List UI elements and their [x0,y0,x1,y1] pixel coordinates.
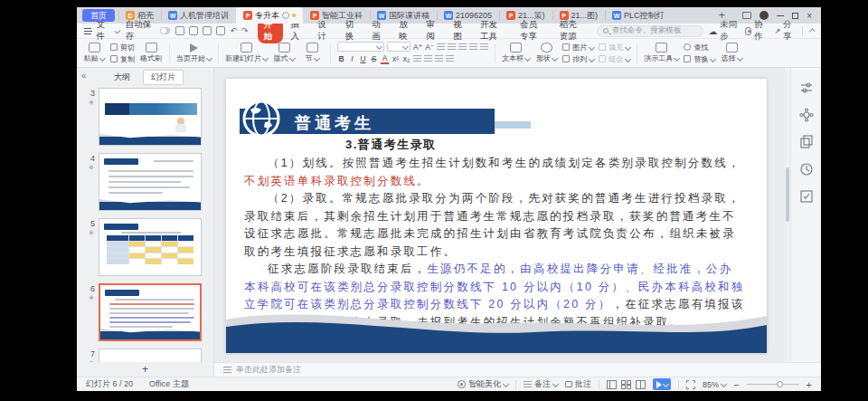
numbered-list-icon[interactable] [448,43,456,51]
slide-body-segment: 征求志愿阶段录取结束后， [268,263,427,275]
slide-sorter-view-icon[interactable] [621,380,631,389]
save-icon[interactable] [175,26,184,35]
todo-icon[interactable] [799,189,814,204]
reading-view-icon[interactable] [636,380,646,389]
slide-thumbnail-7[interactable]: 02 [99,348,202,362]
play-from-current-button[interactable]: 当页开始 [176,40,212,67]
document-tab-21...策)[interactable]: P21...策) [499,7,552,24]
textbox-button[interactable]: 文本框 [502,40,530,67]
skin-settings-icon[interactable] [742,12,751,19]
new-slide-button[interactable]: 新建幻灯片 [225,40,268,67]
comment-toggle-button[interactable]: 批注 [565,378,591,390]
zoom-in-button[interactable]: + [807,380,812,389]
find-button[interactable]: 查找 [684,43,715,53]
indent-decrease-icon[interactable] [458,43,467,51]
font-style-icon-B[interactable]: B [337,54,345,63]
replace-button[interactable]: 替换 [684,54,715,64]
font-style-icon-x₂[interactable]: x₂ [402,54,410,63]
format-painter-button[interactable]: 格式刷 [139,40,163,67]
group-button[interactable]: 组合 [599,54,630,64]
notes-bar[interactable]: 单击此处添加备注 [214,362,821,377]
redo-icon[interactable]: ↷ [241,26,249,35]
normal-view-icon[interactable] [607,380,617,389]
cartoon-figure [175,124,186,132]
slide-6[interactable]: 普通考生 3.普通考生录取 （1）划线。按照普通考生招生计划数和考生的成绩划定各… [226,79,767,353]
font-style-icon-S[interactable]: S [370,54,378,63]
increase-font-icon[interactable]: A⁺ [413,43,422,52]
collaborate-button[interactable]: 协作 [745,19,767,43]
decrease-font-icon[interactable]: A⁻ [425,43,434,52]
tab-outline[interactable]: 大纲 [107,71,137,84]
section-button[interactable]: 节 [300,40,324,67]
note-toggle-button[interactable]: 备注 [524,378,558,390]
document-tab-人机管理培训[interactable]: W人机管理培训 [161,7,236,24]
document-tab-专升本[interactable]: P专升本 [236,7,303,24]
document-tab-国际课讲稿[interactable]: W国际课讲稿 [370,7,437,24]
font-style-icon-I[interactable]: I [348,54,356,63]
align-left-icon[interactable] [413,55,421,62]
cut-button[interactable]: 剪切 [110,43,135,53]
properties-icon[interactable] [799,81,814,95]
play-icon [190,43,198,53]
slide-thumbnail-4[interactable] [99,153,202,211]
copy-button[interactable]: 复制 [110,54,135,64]
document-tab-智能工业科[interactable]: P智能工业科 [303,7,370,24]
slide-thumbnail-6[interactable] [99,283,202,341]
layers-icon[interactable] [799,135,814,149]
undo-icon[interactable]: ↶ [230,26,237,35]
smart-beautify-button[interactable]: 智能美化 [458,378,508,390]
zoom-out-button[interactable]: − [733,380,739,389]
fill-button[interactable]: 填充 [599,43,630,53]
new-document-tab-button[interactable]: + [710,7,733,24]
zoom-level[interactable]: 85% [703,380,726,389]
font-style-icon-x²[interactable]: x² [392,54,400,63]
document-tab-首页[interactable]: 首页 [82,9,115,22]
align-right-icon[interactable] [435,55,443,62]
font-size-select[interactable] [387,42,410,52]
autosave-toggle[interactable] [160,27,171,34]
font-family-select[interactable] [337,42,384,52]
output-icon[interactable] [189,26,198,35]
align-center-icon[interactable] [424,55,432,62]
document-tab-21096205[interactable]: W21096205 [437,7,499,24]
command-search-input[interactable]: 查找命令、搜索模板 [597,25,703,37]
collapse-ribbon-icon[interactable] [809,28,815,33]
smart-beautify-icon[interactable] [799,108,814,122]
fit-window-icon[interactable] [686,380,695,389]
zoom-slider-thumb[interactable] [777,381,783,387]
indent-increase-icon[interactable] [469,43,477,51]
select-button[interactable]: 选择 [720,40,743,67]
picture-button[interactable]: 图片 [562,43,594,53]
collapse-panel-icon[interactable]: « [81,71,87,81]
document-tab-PLC控制灯[interactable]: WPLC控制灯 [605,7,672,24]
right-side-toolbar [790,68,821,362]
history-icon[interactable] [799,162,814,177]
justify-icon[interactable] [446,55,454,62]
layout-button[interactable]: 版式 [272,40,296,67]
present-tools-button[interactable]: 演示工具 [644,40,679,67]
bullet-list-icon[interactable] [437,43,445,51]
add-slide-button[interactable]: + [77,362,214,377]
maximize-icon[interactable] [792,13,798,19]
arrange-button[interactable]: 排列 [562,54,594,64]
line-spacing-icon[interactable] [480,43,488,51]
slide-thumbnail-3[interactable] [99,88,202,146]
paste-button[interactable]: 粘贴 [82,40,106,67]
preview-icon[interactable] [216,26,225,35]
vertical-scrollbar[interactable] [785,68,790,362]
document-tab-21...图)[interactable]: P21...图) [552,7,606,24]
document-tab-稻壳[interactable]: D稻壳 [118,7,161,24]
zoom-slider[interactable] [747,384,799,385]
minimize-icon[interactable] [777,15,784,16]
theme-name[interactable]: Office 主题 [149,378,189,390]
share-button[interactable]: ↗ 分享 [774,19,795,43]
slideshow-play-button[interactable] [653,378,671,390]
hamburger-menu-icon[interactable] [84,28,91,34]
font-style-icon-U[interactable]: U [359,54,367,63]
font-style-icon-A[interactable]: A [381,53,389,64]
scrollbar-thumb[interactable] [786,167,789,222]
shape-button[interactable]: 形状 [534,40,558,67]
slide-thumbnail-5[interactable] [99,218,202,276]
print-icon[interactable] [203,26,212,35]
tab-slides[interactable]: 幻灯片 [143,70,184,85]
